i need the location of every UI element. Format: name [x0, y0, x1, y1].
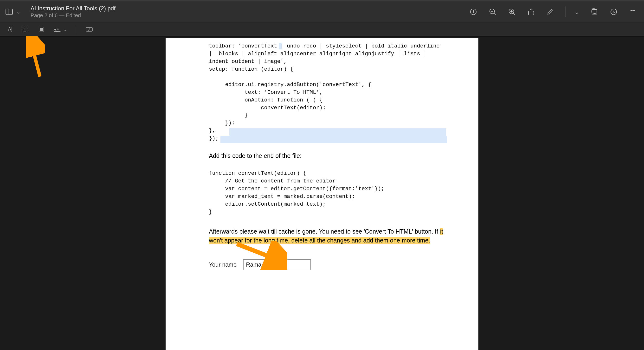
- info-button[interactable]: [469, 8, 478, 16]
- sidebar-toggle-button[interactable]: [4, 7, 14, 17]
- rotate-button[interactable]: [590, 8, 599, 16]
- markup-divider: [76, 26, 76, 33]
- document-subtitle: Page 2 of 6 — Edited: [30, 12, 116, 19]
- titlebar-right: ⌄ A: [469, 7, 640, 17]
- search-button[interactable]: A: [609, 8, 618, 16]
- your-name-label: Your name: [209, 261, 236, 268]
- content-area[interactable]: toolbar: 'convertText | undo redo | styl…: [0, 38, 644, 350]
- svg-line-6: [494, 13, 496, 15]
- svg-point-4: [473, 10, 474, 11]
- svg-rect-25: [40, 28, 43, 31]
- form-field-tool[interactable]: A: [86, 26, 93, 33]
- titlebar: ⌄ AI Instruction For All Tools (2).pdf P…: [0, 0, 644, 22]
- selection-tool[interactable]: [22, 26, 29, 33]
- svg-text:A: A: [88, 28, 90, 31]
- signature-tool[interactable]: ⌄: [54, 26, 67, 33]
- chevron-down-icon[interactable]: ⌄: [16, 9, 20, 15]
- code-block-1[interactable]: toolbar: 'convertText | undo redo | styl…: [209, 42, 459, 142]
- zoom-in-button[interactable]: [508, 8, 516, 16]
- share-button[interactable]: [527, 8, 536, 16]
- redact-tool[interactable]: [38, 26, 45, 33]
- titlebar-left: ⌄ AI Instruction For All Tools (2).pdf P…: [4, 5, 116, 19]
- svg-rect-18: [630, 10, 632, 11]
- sidebar-icon: [6, 9, 13, 15]
- instruction-text-1: Add this code to the end of the file:: [209, 152, 459, 160]
- app-window: ⌄ AI Instruction For All Tools (2).pdf P…: [0, 0, 644, 350]
- pdf-page: toolbar: 'convertText | undo redo | styl…: [166, 38, 478, 350]
- svg-rect-23: [23, 27, 28, 32]
- svg-rect-19: [632, 10, 634, 11]
- zoom-out-button[interactable]: [488, 8, 497, 16]
- form-row: Your name: [209, 259, 459, 270]
- chevron-down-icon[interactable]: ⌄: [574, 8, 580, 16]
- chevron-down-icon: ⌄: [63, 27, 67, 32]
- svg-line-9: [513, 13, 515, 15]
- your-name-input[interactable]: [243, 259, 311, 270]
- text-cursor-tool[interactable]: [6, 26, 14, 33]
- toolbar-divider: [565, 7, 566, 17]
- code-block-1-wrap: toolbar: 'convertText | undo redo | styl…: [209, 42, 459, 142]
- markup-toolbar: ⌄ A: [0, 22, 644, 37]
- markup-button[interactable]: [546, 8, 555, 16]
- title-block: AI Instruction For All Tools (2).pdf Pag…: [30, 5, 116, 19]
- more-button[interactable]: [628, 8, 637, 16]
- code-block-2[interactable]: function convertText(editor) { // Get th…: [209, 170, 459, 216]
- document-title: AI Instruction For All Tools (2).pdf: [30, 5, 116, 12]
- instruction-text-2: Afterwards please wait till cache is gon…: [209, 227, 450, 245]
- svg-text:A: A: [612, 10, 615, 14]
- svg-rect-0: [6, 9, 12, 15]
- para2-prefix: Afterwards please wait till cache is gon…: [209, 228, 440, 235]
- svg-rect-20: [634, 10, 635, 11]
